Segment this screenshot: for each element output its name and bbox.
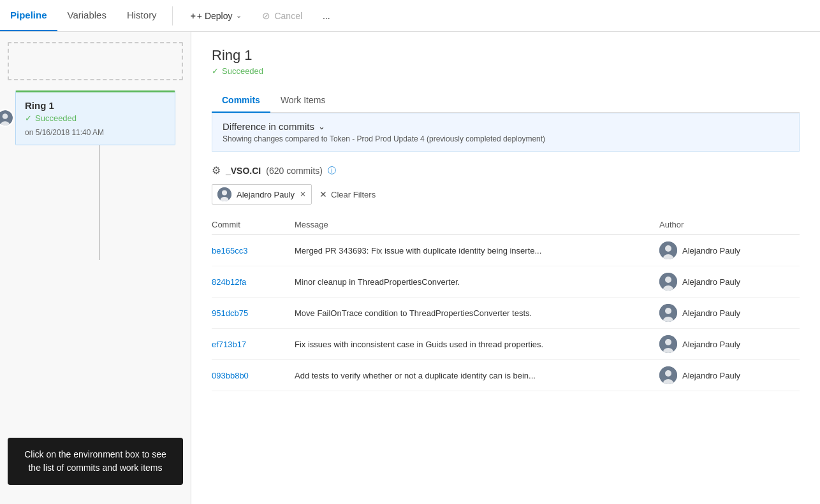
- filter-author-name: Alejandro Pauly: [237, 190, 295, 199]
- filter-remove-button[interactable]: ✕: [300, 190, 306, 199]
- environment-date: on 5/16/2018 11:40 AM: [25, 128, 166, 137]
- clear-filters-button[interactable]: ✕ Clear Filters: [319, 189, 376, 199]
- clear-icon: ✕: [319, 189, 327, 199]
- nav-actions: + + Deploy ⌄ ⊘ Cancel ...: [178, 6, 343, 25]
- repo-name: _VSO.CI: [226, 166, 261, 176]
- svg-point-1: [3, 113, 8, 119]
- filter-author-avatar: [217, 187, 231, 201]
- author-avatar: [659, 335, 677, 353]
- deploy-button[interactable]: + + Deploy ⌄: [186, 7, 247, 25]
- content-area: Ring 1 ✓ Succeeded Commits Work Items Di…: [191, 32, 820, 504]
- author-name: Alejandro Pauly: [682, 308, 740, 318]
- dropdown-chevron-icon: ⌄: [236, 11, 242, 20]
- cancel-button[interactable]: ⊘ Cancel: [257, 6, 307, 25]
- table-header: Commit Message Author: [212, 215, 800, 235]
- svg-point-10: [665, 277, 671, 283]
- table-row: 951dcb75 Move FailOnTrace condition to T…: [212, 298, 800, 329]
- commits-table: Commit Message Author be165cc3 Merged PR…: [212, 215, 800, 391]
- commit-message: Move FailOnTrace condition to ThreadProp…: [295, 308, 659, 318]
- author-cell: Alejandro Pauly: [659, 366, 800, 384]
- page-title: Ring 1: [212, 47, 800, 64]
- tooltip-box: Click on the environment box to see the …: [8, 438, 183, 485]
- commit-hash[interactable]: be165cc3: [212, 246, 295, 256]
- tab-commits[interactable]: Commits: [212, 89, 270, 113]
- environment-box[interactable]: Ring 1 ✓ Succeeded on 5/16/2018 11:40 AM: [15, 90, 175, 145]
- nav-tab-variables[interactable]: Variables: [57, 0, 117, 31]
- cancel-circle-icon: ⊘: [262, 10, 270, 22]
- filter-row: Alejandro Pauly ✕ ✕ Clear Filters: [212, 184, 800, 205]
- ellipsis-icon: ...: [323, 11, 330, 21]
- environment-status: ✓ Succeeded: [25, 113, 166, 123]
- environment-name: Ring 1: [25, 100, 166, 111]
- repo-icon: ⚙: [212, 164, 221, 176]
- svg-point-4: [222, 191, 227, 196]
- more-actions-button[interactable]: ...: [318, 7, 335, 25]
- check-icon: ✓: [25, 113, 32, 123]
- commit-hash[interactable]: ef713b17: [212, 340, 295, 349]
- table-row: ef713b17 Fix issues with inconsistent ca…: [212, 329, 800, 360]
- commit-hash[interactable]: 093bb8b0: [212, 371, 295, 380]
- author-cell: Alejandro Pauly: [659, 273, 800, 291]
- author-avatar: [659, 241, 677, 259]
- author-cell: Alejandro Pauly: [659, 241, 800, 259]
- content-tab-bar: Commits Work Items: [212, 89, 800, 113]
- author-cell: Alejandro Pauly: [659, 335, 800, 353]
- page-status: ✓ Succeeded: [212, 66, 800, 76]
- svg-point-7: [665, 245, 671, 252]
- main-layout: Ring 1 ✓ Succeeded on 5/16/2018 11:40 AM…: [0, 32, 820, 504]
- top-nav: Pipeline Variables History + + Deploy ⌄ …: [0, 0, 820, 32]
- author-name: Alejandro Pauly: [682, 340, 740, 349]
- svg-point-16: [665, 339, 671, 345]
- table-row: 093bb8b0 Add tests to verify whether or …: [212, 360, 800, 391]
- commit-message: Fix issues with inconsistent case in Gui…: [295, 340, 659, 349]
- status-check-icon: ✓: [212, 66, 219, 76]
- author-name: Alejandro Pauly: [682, 371, 740, 380]
- sidebar: Ring 1 ✓ Succeeded on 5/16/2018 11:40 AM…: [0, 32, 191, 504]
- author-name: Alejandro Pauly: [682, 277, 740, 287]
- info-icon[interactable]: ⓘ: [328, 165, 336, 176]
- author-avatar: [659, 304, 677, 322]
- nav-tab-history[interactable]: History: [117, 0, 167, 31]
- diff-banner: Difference in commits ⌄ Showing changes …: [212, 113, 800, 152]
- table-row: 824b12fa Minor cleanup in ThreadProperti…: [212, 266, 800, 298]
- environment-avatar: [0, 109, 14, 127]
- empty-stage-placeholder: [8, 42, 183, 80]
- col-header-author: Author: [659, 220, 800, 229]
- svg-point-13: [665, 308, 671, 314]
- col-header-message: Message: [295, 220, 659, 229]
- author-avatar: [659, 273, 677, 291]
- col-header-commit: Commit: [212, 220, 295, 229]
- repo-section: ⚙ _VSO.CI (620 commits) ⓘ Alejandro Paul…: [212, 164, 800, 391]
- nav-tabs: Pipeline Variables History: [0, 0, 167, 31]
- commit-hash[interactable]: 951dcb75: [212, 308, 295, 318]
- author-avatar: [659, 366, 677, 384]
- commit-message: Merged PR 343693: Fix issue with duplica…: [295, 246, 659, 256]
- plus-icon: +: [191, 11, 196, 21]
- nav-divider: [172, 6, 173, 25]
- chevron-down-icon: ⌄: [318, 122, 325, 131]
- nav-tab-pipeline[interactable]: Pipeline: [0, 0, 57, 31]
- author-name: Alejandro Pauly: [682, 246, 740, 256]
- repo-commit-count: (620 commits): [266, 166, 323, 176]
- author-cell: Alejandro Pauly: [659, 304, 800, 322]
- commit-message: Add tests to verify whether or not a dup…: [295, 371, 659, 380]
- svg-point-19: [665, 370, 671, 377]
- diff-banner-subtitle: Showing changes compared to Token - Prod…: [223, 134, 789, 143]
- commit-hash[interactable]: 824b12fa: [212, 277, 295, 287]
- table-row: be165cc3 Merged PR 343693: Fix issue wit…: [212, 235, 800, 266]
- connector-line: [99, 145, 99, 260]
- tab-work-items[interactable]: Work Items: [270, 89, 336, 113]
- author-filter-chip[interactable]: Alejandro Pauly ✕: [212, 184, 312, 205]
- repo-title-row: ⚙ _VSO.CI (620 commits) ⓘ: [212, 164, 800, 176]
- commit-message: Minor cleanup in ThreadPropertiesConvert…: [295, 277, 659, 287]
- diff-banner-title[interactable]: Difference in commits ⌄: [223, 121, 789, 132]
